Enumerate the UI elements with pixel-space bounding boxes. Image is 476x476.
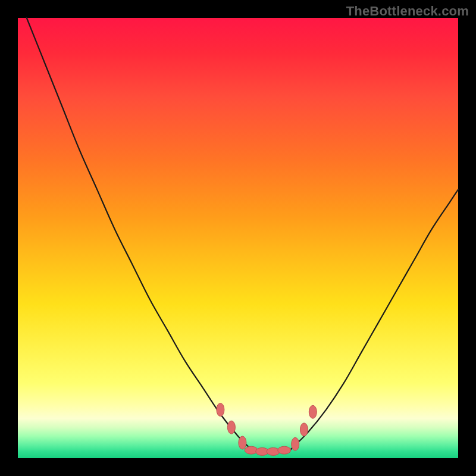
valley-marker-1 xyxy=(227,421,235,434)
marker-layer xyxy=(217,403,317,456)
curve-layer xyxy=(27,18,458,453)
valley-marker-8 xyxy=(300,423,308,436)
valley-marker-7 xyxy=(292,437,299,450)
valley-marker-2 xyxy=(239,436,246,449)
plot-area xyxy=(18,18,458,458)
valley-marker-6 xyxy=(278,446,291,454)
chart-frame: TheBottleneck.com xyxy=(0,0,476,476)
valley-marker-9 xyxy=(309,405,317,418)
chart-svg xyxy=(18,18,458,458)
curve-left-curve xyxy=(27,18,251,449)
watermark-text: TheBottleneck.com xyxy=(346,4,469,19)
valley-marker-0 xyxy=(217,403,224,416)
